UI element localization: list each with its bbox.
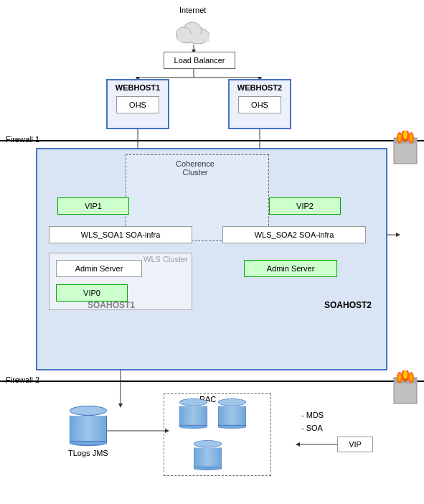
- rac-cylinder-1: [179, 398, 207, 429]
- firewall1-label: Firewall 1: [6, 135, 39, 144]
- webhost2-ohs: OHS: [238, 96, 281, 113]
- tlogs-db: TLogs JMS: [68, 406, 108, 457]
- svg-point-30: [398, 134, 401, 141]
- firewall1-icon: [392, 131, 418, 167]
- vip2-box: VIP2: [269, 197, 341, 215]
- rac-cylinder-2: [218, 398, 246, 429]
- coherence-label: Coherence Cluster: [159, 159, 231, 177]
- load-balancer-box: Load Balancer: [164, 52, 235, 69]
- admin-server-left: Admin Server: [56, 260, 142, 277]
- webhost1-ohs: OHS: [116, 96, 159, 113]
- firewall1-line: [0, 140, 424, 141]
- coherence-line1: Coherence: [159, 159, 231, 168]
- rac-db-group: [179, 398, 258, 480]
- vip1-box: VIP1: [57, 197, 129, 215]
- svg-point-32: [410, 134, 413, 141]
- architecture-diagram: Internet Load Balancer WEBHOST1 OHS WEBH…: [0, 0, 424, 504]
- svg-point-40: [410, 374, 413, 381]
- svg-point-39: [403, 370, 407, 379]
- webhost1-box: WEBHOST1 OHS: [106, 79, 169, 129]
- tlogs-cylinder: [68, 406, 108, 446]
- firewall2-label: Firewall 2: [6, 375, 39, 384]
- soahost2-label: SOAHOST2: [324, 300, 372, 310]
- webhost1-label: WEBHOST1: [108, 83, 168, 92]
- admin-server-right: Admin Server: [244, 260, 337, 277]
- firewall2-line: [0, 381, 424, 382]
- wls-soa1-box: WLS_SOA1 SOA-infra: [49, 226, 192, 243]
- vip0-box: VIP0: [56, 284, 128, 302]
- mds-label: - MDS: [301, 409, 324, 422]
- webhost2-label: WEBHOST2: [230, 83, 290, 92]
- mds-soa-label: - MDS - SOA: [301, 409, 324, 434]
- rac-cylinder-3: [194, 440, 222, 470]
- coherence-line2: Cluster: [159, 168, 231, 177]
- svg-point-31: [403, 131, 407, 139]
- soa-label: - SOA: [301, 422, 324, 435]
- vip-bottom-box: VIP: [337, 437, 373, 452]
- webhost2-box: WEBHOST2 OHS: [228, 79, 291, 129]
- wls-soa2-box: WLS_SOA2 SOA-infra: [222, 226, 366, 243]
- firewall2-icon: [392, 370, 418, 406]
- svg-rect-24: [178, 34, 209, 42]
- internet-label: Internet: [179, 6, 206, 14]
- cloud-icon: [172, 16, 215, 45]
- svg-point-38: [398, 374, 401, 381]
- tlogs-label: TLogs JMS: [68, 449, 108, 457]
